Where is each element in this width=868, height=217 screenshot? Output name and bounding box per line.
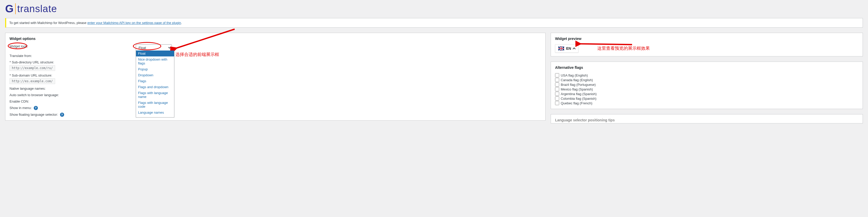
widget-look-option[interactable]: Language names <box>136 110 174 116</box>
annotation-text-preview: 这里查看预览的展示框效果 <box>597 45 650 51</box>
uk-flag-icon <box>558 46 564 51</box>
widget-preview-title: Widget preview <box>555 37 859 41</box>
sub-domain-url: http://es.example.com/ <box>9 79 55 84</box>
alt-flag-item[interactable]: Argentina flag (Spanish) <box>555 92 859 96</box>
widget-look-label: Widget look: <box>9 44 136 48</box>
preview-lang-code: EN <box>566 46 571 51</box>
alt-flag-item[interactable]: Mexico flag (Spanish) <box>555 87 859 91</box>
widget-look-dropdown: FloatNice dropdown with flagsPopupDropdo… <box>136 51 174 118</box>
widget-look-option[interactable]: Popup <box>136 66 174 72</box>
translate-from-label: Translate from: <box>9 54 136 58</box>
positioning-title: Language selector positioning tips <box>555 118 859 122</box>
widget-look-option[interactable]: Language codes <box>136 116 174 118</box>
alt-flag-checkbox[interactable] <box>555 96 559 100</box>
alt-flag-label: Canada flag (English) <box>561 78 593 82</box>
logo: G translate <box>5 3 863 15</box>
sub-dir-label: * Sub-directory URL structure: <box>9 60 54 64</box>
widget-look-option[interactable]: Flags <box>136 78 174 84</box>
help-icon[interactable]: ? <box>34 106 38 110</box>
alt-flag-label: Mexico flag (Spanish) <box>561 87 593 91</box>
alt-flag-item[interactable]: Brazil flag (Portuguese) <box>555 83 859 87</box>
alt-flag-checkbox[interactable] <box>555 78 559 82</box>
sub-domain-label: * Sub-domain URL structure: <box>9 73 52 77</box>
alternative-flags-title: Alternative flags <box>555 65 859 70</box>
alt-flag-checkbox[interactable] <box>555 101 559 105</box>
logo-g: G <box>5 3 14 15</box>
alt-flag-checkbox[interactable] <box>555 83 559 87</box>
preview-language-button[interactable]: EN <box>555 44 579 53</box>
svg-line-1 <box>579 44 632 44</box>
alt-flag-item[interactable]: USA flag (English) <box>555 73 859 77</box>
widget-look-option[interactable]: Float <box>136 51 174 57</box>
chevron-up-icon <box>573 48 576 50</box>
widget-options-title: Widget options <box>9 37 541 41</box>
alt-flag-item[interactable]: Quebec flag (French) <box>555 101 859 105</box>
alt-flag-label: Colombia flag (Spanish) <box>561 97 596 100</box>
logo-text: translate <box>17 3 57 14</box>
widget-look-select[interactable]: Float <box>136 44 172 51</box>
notice-prefix: To get started with Mailchimp for WordPr… <box>9 21 87 25</box>
mailchimp-notice: To get started with Mailchimp for WordPr… <box>5 18 863 28</box>
enable-cdn-label: Enable CDN: <box>9 99 136 103</box>
alt-flag-label: Argentina flag (Spanish) <box>561 92 596 96</box>
widget-look-option[interactable]: Flags with language code <box>136 100 174 110</box>
notice-suffix: . <box>181 21 182 25</box>
positioning-panel: Language selector positioning tips <box>551 114 863 123</box>
sub-dir-url: http://example.com/ru/ <box>9 65 55 71</box>
widget-look-option[interactable]: Dropdown <box>136 72 174 78</box>
widget-preview-panel: Widget preview EN 这里查看预览的展示框效果 <box>551 33 863 57</box>
alt-flag-label: Quebec flag (French) <box>561 101 592 105</box>
widget-look-option[interactable]: Nice dropdown with flags <box>136 57 174 66</box>
alternative-flags-panel: Alternative flags USA flag (English)Cana… <box>551 62 863 109</box>
alt-flag-label: USA flag (English) <box>561 73 588 77</box>
alt-flag-checkbox[interactable] <box>555 92 559 96</box>
auto-switch-label: Auto switch to browser language: <box>9 93 136 97</box>
show-menu-label: Show in menu: <box>9 106 32 110</box>
alt-flag-checkbox[interactable] <box>555 73 559 77</box>
help-icon[interactable]: ? <box>60 113 64 117</box>
native-names-label: Native language names: <box>9 87 136 90</box>
widget-options-panel: Widget options Widget look: Float FloatN… <box>5 33 546 121</box>
notice-link[interactable]: enter your Mailchimp API key on the sett… <box>87 21 181 25</box>
logo-divider <box>15 3 16 14</box>
alt-flag-label: Brazil flag (Portuguese) <box>561 83 596 87</box>
show-floating-label: Show floating language selector: <box>9 113 58 117</box>
alt-flag-item[interactable]: Colombia flag (Spanish) <box>555 96 859 100</box>
widget-look-option[interactable]: Flags and dropdown <box>136 84 174 90</box>
alt-flag-item[interactable]: Canada flag (English) <box>555 78 859 82</box>
widget-look-option[interactable]: Flags with language name <box>136 90 174 100</box>
alt-flag-checkbox[interactable] <box>555 87 559 91</box>
